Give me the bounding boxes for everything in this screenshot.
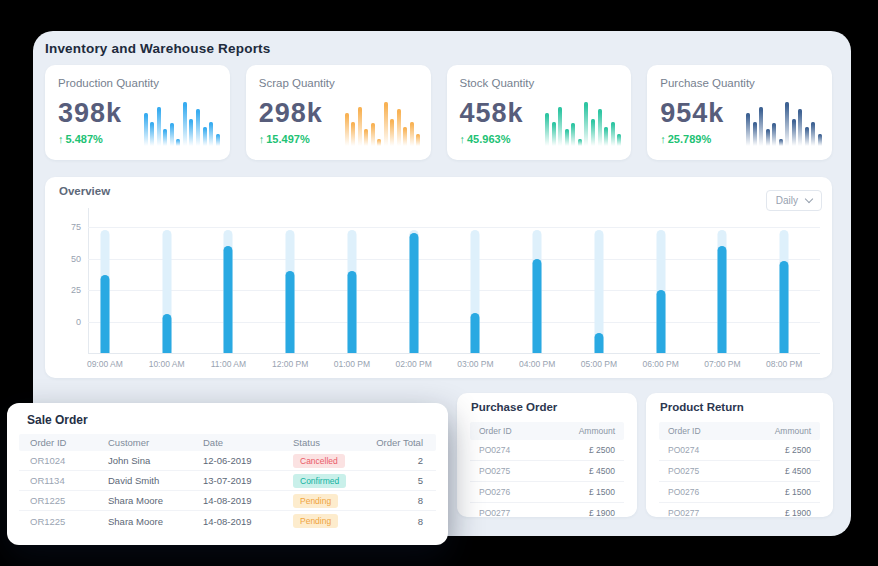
sparkline-bar	[345, 113, 349, 146]
table-row[interactable]: PO0277 £ 1900	[470, 503, 624, 523]
sparkline-bar	[571, 123, 575, 146]
sparkline-bar	[779, 139, 783, 146]
ammount-cell: £ 1900	[589, 508, 615, 518]
ammount-cell: £ 1500	[785, 487, 811, 497]
chart-bar-column[interactable]: 05:00 PM	[568, 177, 630, 353]
sparkline-bar	[805, 127, 809, 146]
order-id-cell: OR1225	[30, 495, 108, 506]
stat-cards-row: Production Quantity 398k ↑5.487% Scrap Q…	[45, 65, 832, 160]
overview-chart: 755025009:00 AM10:00 AM11:00 AM12:00 PM0…	[45, 177, 832, 378]
chart-bar-column[interactable]: 11:00 AM	[198, 177, 260, 353]
sparkline-bar	[565, 129, 569, 146]
arrow-up-icon: ↑	[660, 133, 666, 145]
table-row[interactable]: PO0274 £ 2500	[470, 440, 624, 461]
stat-card-change-value: 5.487%	[66, 133, 103, 145]
purchase-order-table: Order ID Ammount PO0274 £ 2500 PO0275 £ …	[470, 422, 624, 523]
order-id-cell: PO0275	[479, 466, 589, 476]
sparkline-bar	[157, 107, 161, 146]
sparkline-chart	[545, 100, 621, 146]
order-id-cell: PO0275	[668, 466, 785, 476]
order-id-cell: PO0276	[668, 487, 785, 497]
x-axis-label: 06:00 PM	[642, 359, 678, 369]
sparkline-chart	[345, 100, 421, 146]
x-axis-line	[88, 353, 820, 354]
chart-bar	[780, 261, 789, 353]
table-row[interactable]: OR1225 Shara Moore 14-08-2019 Pending 8	[19, 511, 436, 531]
order-id-header: Order ID	[479, 426, 579, 436]
table-row[interactable]: PO0275 £ 4500	[470, 461, 624, 482]
x-axis-label: 12:00 PM	[272, 359, 308, 369]
customer-cell: Shara Moore	[108, 495, 203, 506]
chart-bar-column[interactable]: 04:00 PM	[506, 177, 568, 353]
date-cell: 14-08-2019	[203, 516, 293, 527]
chart-bar	[100, 275, 109, 353]
table-row[interactable]: OR1024 John Sina 12-06-2019 Cancelled 2	[19, 451, 436, 471]
chart-bar	[718, 246, 727, 353]
sparkline-bar	[759, 107, 763, 146]
chart-bar-column[interactable]: 06:00 PM	[630, 177, 692, 353]
chart-bar-column[interactable]: 08:00 PM	[753, 177, 815, 353]
chart-bar-column[interactable]: 09:00 AM	[74, 177, 136, 353]
chart-bar-column[interactable]: 12:00 PM	[259, 177, 321, 353]
table-row[interactable]: PO0276 £ 1500	[659, 482, 820, 503]
stat-card-change-value: 25.789%	[668, 133, 711, 145]
sparkline-bar	[598, 109, 602, 146]
sparkline-bar	[591, 119, 595, 146]
sparkline-bar	[377, 139, 381, 146]
chart-bar-column[interactable]: 01:00 PM	[321, 177, 383, 353]
sparkline-bar	[552, 122, 556, 146]
purchase-order-panel: Purchase Order Order ID Ammount PO0274 £…	[457, 393, 637, 517]
sale-order-panel: Sale Order Order ID Customer Date Status…	[7, 403, 448, 545]
sparkline-bar	[785, 102, 789, 146]
stat-card-label: Production Quantity	[58, 77, 217, 89]
date-cell: 13-07-2019	[203, 475, 293, 486]
sparkline-bar	[144, 113, 148, 146]
date-header: Date	[203, 437, 293, 448]
x-axis-label: 03:00 PM	[457, 359, 493, 369]
table-body: PO0274 £ 2500 PO0275 £ 4500 PO0276 £ 150…	[659, 440, 820, 523]
table-row[interactable]: PO0275 £ 4500	[659, 461, 820, 482]
status-cell: Cancelled	[293, 454, 373, 468]
table-row[interactable]: PO0277 £ 1900	[659, 503, 820, 523]
chart-bar-column[interactable]: 07:00 PM	[692, 177, 754, 353]
sparkline-bar	[811, 122, 815, 146]
bar-columns: 09:00 AM10:00 AM11:00 AM12:00 PM01:00 PM…	[74, 177, 815, 353]
sparkline-bar	[617, 134, 621, 146]
sparkline-bar	[203, 127, 207, 146]
sparkline-bar	[403, 127, 407, 146]
status-cell: Pending	[293, 494, 373, 508]
product-return-table: Order ID Ammount PO0274 £ 2500 PO0275 £ …	[659, 422, 820, 523]
sparkline-bar	[351, 122, 355, 146]
order-id-cell: PO0274	[479, 445, 589, 455]
sparkline-bar	[584, 102, 588, 146]
x-axis-label: 07:00 PM	[704, 359, 740, 369]
order-id-cell: PO0276	[479, 487, 589, 497]
ammount-header: Ammount	[579, 426, 615, 436]
chart-bar	[162, 314, 171, 353]
sparkline-bar	[766, 129, 770, 146]
order-id-cell: OR1225	[30, 516, 108, 527]
order-id-header: Order ID	[30, 437, 108, 448]
stat-card: Stock Quantity 458k ↑45.963%	[447, 65, 632, 160]
x-axis-label: 02:00 PM	[395, 359, 431, 369]
sparkline-bar	[753, 122, 757, 146]
sparkline-bar	[604, 127, 608, 146]
status-badge: Pending	[293, 494, 338, 508]
table-row[interactable]: OR1225 Shara Moore 14-08-2019 Pending 8	[19, 491, 436, 511]
table-row[interactable]: PO0276 £ 1500	[470, 482, 624, 503]
sparkline-bar	[792, 119, 796, 146]
order-total-cell: 2	[373, 455, 425, 466]
customer-cell: John Sina	[108, 455, 203, 466]
sale-order-table: Order ID Customer Date Status Order Tota…	[19, 434, 436, 531]
sparkline-bar	[209, 122, 213, 146]
table-row[interactable]: OR1134 David Smith 13-07-2019 Confirmed …	[19, 471, 436, 491]
order-id-cell: OR1024	[30, 455, 108, 466]
chart-bar-column[interactable]: 03:00 PM	[445, 177, 507, 353]
chart-bar-column[interactable]: 02:00 PM	[383, 177, 445, 353]
ammount-header: Ammount	[775, 426, 811, 436]
chart-bar-column[interactable]: 10:00 AM	[136, 177, 198, 353]
table-row[interactable]: PO0274 £ 2500	[659, 440, 820, 461]
chart-bar	[471, 313, 480, 353]
table-header: Order ID Customer Date Status Order Tota…	[19, 434, 436, 451]
ammount-cell: £ 2500	[785, 445, 811, 455]
